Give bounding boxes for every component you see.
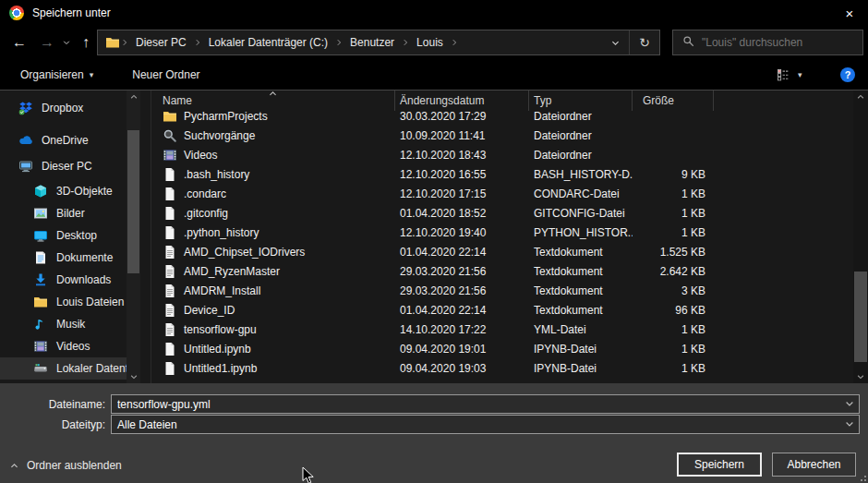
table-row[interactable]: Videos12.10.2020 18:43Dateiordner xyxy=(151,145,853,164)
sidebar-item-onedrive[interactable]: OneDrive xyxy=(0,129,127,151)
file-type-cell: IPYNB-Datei xyxy=(529,362,633,375)
resize-grip[interactable] xyxy=(857,472,866,481)
breadcrumb-lokaler-datentraeger[interactable]: Lokaler Datenträger (C:) xyxy=(202,30,334,54)
filename-input[interactable] xyxy=(112,398,814,411)
new-folder-button[interactable]: Neuer Ordner xyxy=(132,68,199,81)
file-size-cell: 1 KB xyxy=(633,207,714,220)
table-row[interactable]: Untitled1.ipynb09.04.2020 19:03IPYNB-Dat… xyxy=(151,358,853,378)
documents-icon xyxy=(33,250,48,265)
file-date-cell: 12.10.2020 19:40 xyxy=(395,226,529,239)
organize-button[interactable]: Organisieren ▾ xyxy=(20,68,93,81)
sidebar-item-louis-dateien[interactable]: Louis Dateien xyxy=(0,291,127,313)
save-button[interactable]: Speichern xyxy=(677,453,762,477)
sidebar-scroll-thumb[interactable] xyxy=(127,130,139,273)
scroll-up-icon[interactable] xyxy=(853,91,868,103)
chevron-right-icon xyxy=(193,38,202,47)
folder-icon xyxy=(163,111,177,124)
sidebar-item-bilder[interactable]: Bilder xyxy=(0,202,127,224)
file-type-cell: PYTHON_HISTOR... xyxy=(529,226,633,239)
search-icon xyxy=(163,128,177,143)
list-scrollbar[interactable] xyxy=(853,91,868,383)
file-size-cell: 1 KB xyxy=(633,362,714,375)
text-file-icon xyxy=(163,264,177,279)
list-scroll-thumb[interactable] xyxy=(854,272,867,362)
table-row[interactable]: AMD_Chipset_IODrivers01.04.2020 22:14Tex… xyxy=(151,242,853,261)
up-button[interactable]: ↑ xyxy=(74,26,98,59)
sidebar-item-dokumente[interactable]: Dokumente xyxy=(0,247,127,269)
table-row[interactable]: .python_history12.10.2020 19:40PYTHON_HI… xyxy=(151,223,853,242)
chevron-right-icon xyxy=(450,38,459,47)
sidebar-item-lokaler-datentr-[interactable]: Lokaler Datenträ xyxy=(0,357,127,380)
column-header-date[interactable]: Änderungsdatum xyxy=(395,91,529,111)
table-row[interactable]: Untitled.ipynb09.04.2020 19:01IPYNB-Date… xyxy=(151,339,853,358)
sidebar-item-label: Lokaler Datenträ xyxy=(56,362,127,375)
file-date-cell: 29.03.2020 21:56 xyxy=(395,284,529,297)
back-button[interactable]: ← xyxy=(7,26,31,59)
sidebar-item-label: Dokumente xyxy=(56,251,113,264)
table-row[interactable]: .bash_history12.10.2020 16:55BASH_HISTOR… xyxy=(151,164,853,184)
navigation-pane: DropboxOneDriveDieser PC3D-ObjekteBilder… xyxy=(0,91,127,383)
file-date-cell: 10.09.2020 11:41 xyxy=(395,129,529,142)
forward-button[interactable]: → xyxy=(35,26,59,59)
breadcrumb-benutzer[interactable]: Benutzer xyxy=(344,30,401,54)
folder-icon xyxy=(105,35,120,50)
table-row[interactable]: tensorflow-gpu14.10.2020 17:22YML-Datei1… xyxy=(151,320,853,339)
file-date-cell: 12.10.2020 18:43 xyxy=(395,149,529,162)
table-row[interactable]: AMDRM_Install29.03.2020 21:56Textdokumen… xyxy=(151,281,853,300)
table-row[interactable]: Suchvorgänge10.09.2020 11:41Dateiordner xyxy=(151,126,853,145)
table-row[interactable]: .condarc12.10.2020 17:15CONDARC-Datei1 K… xyxy=(151,184,853,203)
text-file-icon xyxy=(163,303,177,318)
file-name-cell: AMD_Chipset_IODrivers xyxy=(151,245,395,260)
column-header-size[interactable]: Größe xyxy=(633,91,714,111)
hide-folders-button[interactable]: Ordner ausblenden xyxy=(9,459,122,472)
close-icon[interactable]: × xyxy=(831,0,868,26)
breadcrumb-louis[interactable]: Louis xyxy=(410,30,450,54)
save-as-dialog: { "window": { "title": "Speichern unter"… xyxy=(0,0,868,483)
scroll-up-icon[interactable] xyxy=(127,91,140,103)
file-size-cell: 1 KB xyxy=(633,343,714,356)
address-bar[interactable]: Dieser PC Lokaler Datenträger (C:) Benut… xyxy=(97,30,660,55)
file-list: Name Änderungsdatum Typ Größe PycharmPro… xyxy=(151,91,853,383)
file-date-cell: 14.10.2020 17:22 xyxy=(395,323,529,336)
sidebar-item-dropbox[interactable]: Dropbox xyxy=(0,97,127,119)
file-type-cell: IPYNB-Datei xyxy=(529,343,633,356)
scroll-down-icon[interactable] xyxy=(853,370,868,383)
file-size-cell: 1 KB xyxy=(633,187,714,200)
file-size-cell: 3 KB xyxy=(633,284,714,297)
view-dropdown-chevron[interactable]: ▾ xyxy=(798,70,802,79)
refresh-icon[interactable]: ↻ xyxy=(630,30,659,54)
file-icon xyxy=(163,361,177,376)
search-input[interactable] xyxy=(702,36,850,49)
search-box[interactable] xyxy=(672,30,863,55)
sidebar-item-videos[interactable]: Videos xyxy=(0,335,127,357)
file-size-cell: 1.525 KB xyxy=(633,246,714,259)
sidebar-item-downloads[interactable]: Downloads xyxy=(0,269,127,291)
recent-locations-chevron[interactable] xyxy=(58,26,75,59)
command-toolbar: Organisieren ▾ Neuer Ordner ▾ ? xyxy=(0,59,868,91)
filename-combobox[interactable] xyxy=(111,394,860,414)
address-dropdown-chevron[interactable] xyxy=(601,30,629,54)
sidebar-scrollbar[interactable] xyxy=(127,91,140,383)
chevron-down-icon[interactable] xyxy=(844,398,855,412)
chevron-down-icon[interactable] xyxy=(844,418,855,432)
sidebar-item-desktop[interactable]: Desktop xyxy=(0,224,127,247)
help-icon[interactable]: ? xyxy=(840,67,855,82)
sidebar-item-3d-objekte[interactable]: 3D-Objekte xyxy=(0,180,127,202)
chrome-app-icon xyxy=(9,6,24,20)
filename-label: Dateiname: xyxy=(0,398,111,411)
breadcrumb-dieser-pc[interactable]: Dieser PC xyxy=(129,30,193,54)
cancel-button[interactable]: Abbrechen xyxy=(772,453,856,477)
sidebar-item-dieser-pc[interactable]: Dieser PC xyxy=(0,155,127,177)
table-row[interactable]: PycharmProjects30.03.2020 17:29Dateiordn… xyxy=(151,111,853,126)
file-date-cell: 12.10.2020 16:55 xyxy=(395,168,529,181)
sidebar-item-label: Bilder xyxy=(56,207,85,220)
table-row[interactable]: Device_ID01.04.2020 22:14Textdokument96 … xyxy=(151,300,853,320)
scroll-down-icon[interactable] xyxy=(127,370,140,383)
file-name-cell: .bash_history xyxy=(151,167,395,182)
sidebar-item-musik[interactable]: Musik xyxy=(0,313,127,335)
column-header-type[interactable]: Typ xyxy=(529,91,633,111)
table-row[interactable]: .gitconfig01.04.2020 18:52GITCONFIG-Date… xyxy=(151,203,853,223)
table-row[interactable]: AMD_RyzenMaster29.03.2020 21:56Textdokum… xyxy=(151,261,853,281)
view-details-icon[interactable] xyxy=(776,67,790,82)
filetype-select[interactable]: Alle Dateien xyxy=(111,415,860,434)
